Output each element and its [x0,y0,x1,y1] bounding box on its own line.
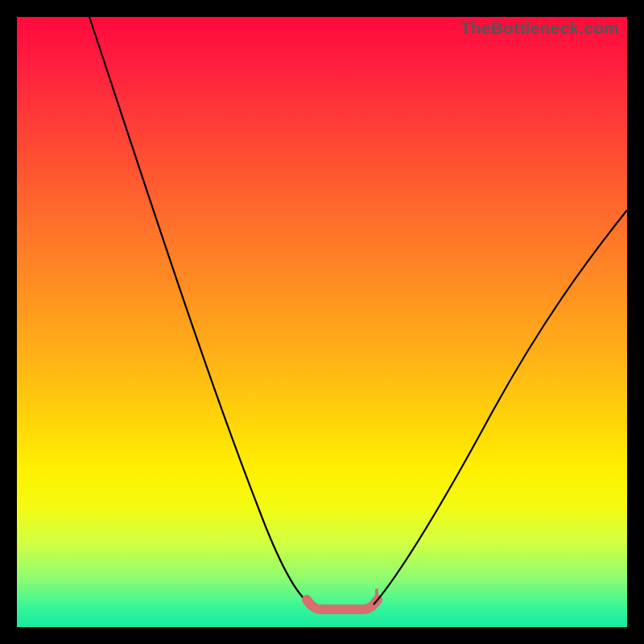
curve-plateau [307,600,378,609]
chart-frame: TheBottleneck.com [0,0,644,644]
curve-right-branch [374,210,627,605]
curve-left-branch [89,17,311,605]
bottleneck-curve [17,17,627,627]
plot-area: TheBottleneck.com [17,17,627,627]
